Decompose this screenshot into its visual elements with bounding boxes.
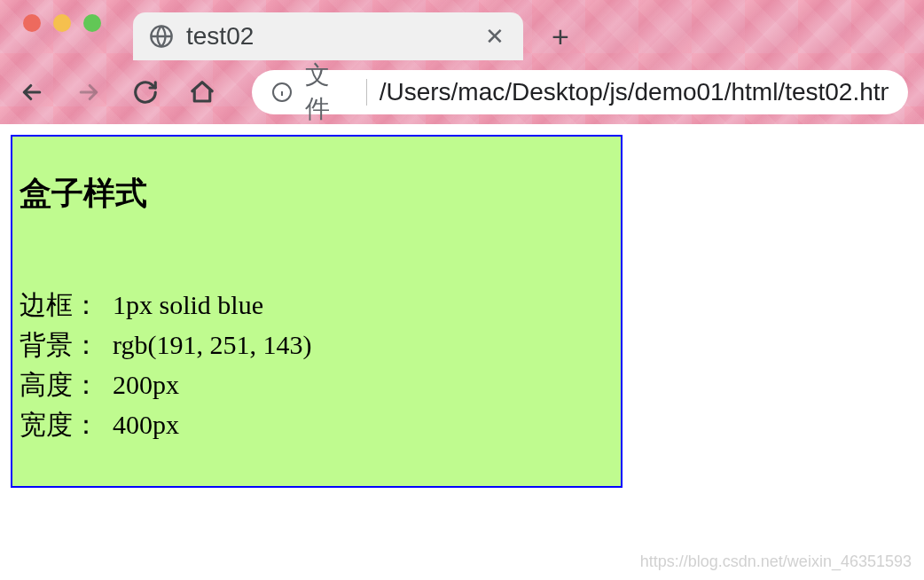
tab-title: test02: [186, 22, 470, 51]
globe-icon: [149, 24, 174, 49]
box-heading: 盒子样式: [12, 137, 621, 216]
prop-value: 1px solid blue: [113, 285, 263, 325]
browser-tab[interactable]: test02 ✕: [133, 12, 523, 60]
address-scheme: 文件: [305, 59, 354, 126]
browser-chrome: test02 ✕ +: [0, 0, 924, 124]
toolbar: 文件 /Users/mac/Desktop/js/demo01/html/tes…: [0, 60, 924, 124]
forward-button[interactable]: [73, 76, 105, 108]
back-button[interactable]: [16, 76, 48, 108]
close-window-button[interactable]: [23, 14, 41, 32]
tab-strip: test02 ✕ +: [0, 0, 924, 60]
page-content: 盒子样式 边框： 1px solid blue 背景： rgb(191, 251…: [0, 124, 924, 498]
prop-label: 高度：: [20, 364, 113, 404]
prop-label: 宽度：: [20, 404, 113, 444]
new-tab-button[interactable]: +: [543, 12, 578, 60]
prop-width: 宽度： 400px: [20, 404, 614, 444]
prop-value: 400px: [113, 404, 179, 444]
address-path: /Users/mac/Desktop/js/demo01/html/test02…: [380, 78, 889, 106]
prop-value: 200px: [113, 364, 179, 404]
prop-background: 背景： rgb(191, 251, 143): [20, 325, 614, 364]
home-button[interactable]: [186, 76, 218, 108]
info-icon[interactable]: [271, 82, 293, 103]
prop-label: 背景：: [20, 325, 113, 364]
close-tab-button[interactable]: ✕: [482, 24, 507, 49]
minimize-window-button[interactable]: [53, 14, 71, 32]
window-controls: [12, 0, 110, 53]
box-properties: 边框： 1px solid blue 背景： rgb(191, 251, 143…: [12, 216, 621, 444]
reload-button[interactable]: [129, 76, 161, 108]
watermark: https://blog.csdn.net/weixin_46351593: [640, 553, 912, 571]
prop-border: 边框： 1px solid blue: [20, 285, 614, 325]
prop-height: 高度： 200px: [20, 364, 614, 404]
prop-label: 边框：: [20, 285, 113, 325]
maximize-window-button[interactable]: [83, 14, 101, 32]
address-separator: [366, 79, 367, 106]
address-bar[interactable]: 文件 /Users/mac/Desktop/js/demo01/html/tes…: [252, 70, 908, 114]
styled-box: 盒子样式 边框： 1px solid blue 背景： rgb(191, 251…: [11, 135, 623, 488]
prop-value: rgb(191, 251, 143): [113, 325, 311, 364]
